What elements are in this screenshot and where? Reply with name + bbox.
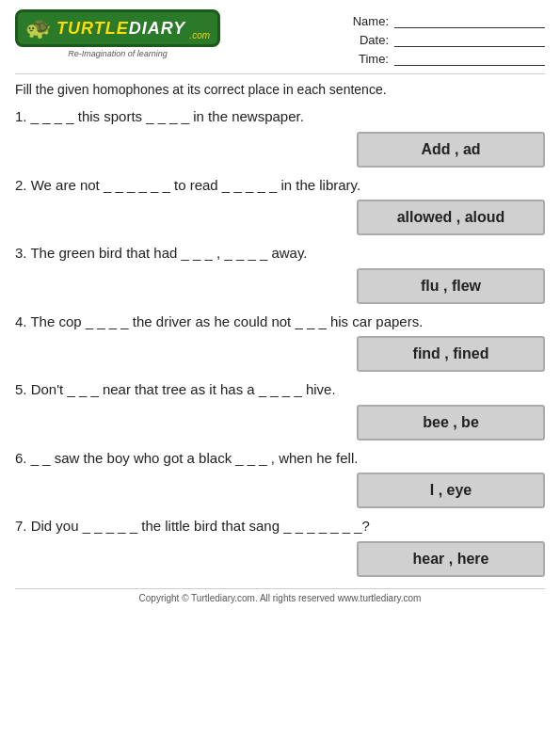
answer-box-3: flu , flew xyxy=(15,268,545,304)
question-block-2: 2. We are not _ _ _ _ _ _ to read _ _ _ … xyxy=(15,175,545,236)
answer-box-5: bee , be xyxy=(15,405,545,441)
answer-box-2: allowed , aloud xyxy=(15,200,545,235)
question-text-2: 2. We are not _ _ _ _ _ _ to read _ _ _ … xyxy=(15,175,545,197)
footer: Copyright © Turtlediary.com. All rights … xyxy=(15,588,545,603)
logo-tagline: Re-Imagination of learning xyxy=(68,49,168,58)
question-block-4: 4. The cop _ _ _ _ the driver as he coul… xyxy=(15,312,545,373)
questions-container: 1. _ _ _ _ this sports _ _ _ _ in the ne… xyxy=(15,106,545,577)
question-block-1: 1. _ _ _ _ this sports _ _ _ _ in the ne… xyxy=(15,106,545,168)
name-fields: Name: Date: Time: xyxy=(351,9,545,66)
answer-button-7[interactable]: hear , here xyxy=(357,541,545,577)
logo-box: 🐢 TURTLEDIARY .com xyxy=(15,9,220,47)
instructions: Fill the given homophones at its correct… xyxy=(15,73,545,97)
question-block-5: 5. Don't _ _ _ near that tree as it has … xyxy=(15,379,545,441)
answer-button-3[interactable]: flu , flew xyxy=(357,268,545,304)
question-text-7: 7. Did you _ _ _ _ _ the little bird tha… xyxy=(15,516,545,537)
answer-button-5[interactable]: bee , be xyxy=(357,405,545,441)
question-text-1: 1. _ _ _ _ this sports _ _ _ _ in the ne… xyxy=(15,106,545,128)
date-input-line[interactable] xyxy=(394,32,545,47)
question-block-6: 6. _ _ saw the boy who got a black _ _ _… xyxy=(15,448,545,509)
name-input-line[interactable] xyxy=(394,13,545,28)
time-row: Time: xyxy=(351,51,545,66)
logo-diary-text: DIARY xyxy=(129,19,186,38)
logo-area: 🐢 TURTLEDIARY .com Re-Imagination of lea… xyxy=(15,9,220,58)
date-row: Date: xyxy=(351,32,545,47)
question-block-3: 3. The green bird that had _ _ _ , _ _ _… xyxy=(15,243,545,304)
question-text-4: 4. The cop _ _ _ _ the driver as he coul… xyxy=(15,312,545,333)
question-block-7: 7. Did you _ _ _ _ _ the little bird tha… xyxy=(15,516,545,577)
header: 🐢 TURTLEDIARY .com Re-Imagination of lea… xyxy=(15,9,545,66)
name-row: Name: xyxy=(351,13,545,28)
answer-box-6: I , eye xyxy=(15,473,545,508)
time-label: Time: xyxy=(351,52,389,66)
logo-turtle-text: TURTLE xyxy=(56,19,129,38)
answer-button-4[interactable]: find , fined xyxy=(357,336,545,372)
question-text-5: 5. Don't _ _ _ near that tree as it has … xyxy=(15,379,545,401)
answer-box-7: hear , here xyxy=(15,541,545,577)
name-label: Name: xyxy=(351,14,389,28)
logo-com-text: .com xyxy=(189,30,210,40)
question-text-3: 3. The green bird that had _ _ _ , _ _ _… xyxy=(15,243,545,264)
question-text-6: 6. _ _ saw the boy who got a black _ _ _… xyxy=(15,448,545,470)
time-input-line[interactable] xyxy=(394,51,545,66)
answer-button-1[interactable]: Add , ad xyxy=(357,132,545,168)
answer-box-1: Add , ad xyxy=(15,132,545,168)
answer-button-2[interactable]: allowed , aloud xyxy=(357,200,545,235)
answer-box-4: find , fined xyxy=(15,336,545,372)
answer-button-6[interactable]: I , eye xyxy=(357,473,545,508)
date-label: Date: xyxy=(351,33,389,47)
